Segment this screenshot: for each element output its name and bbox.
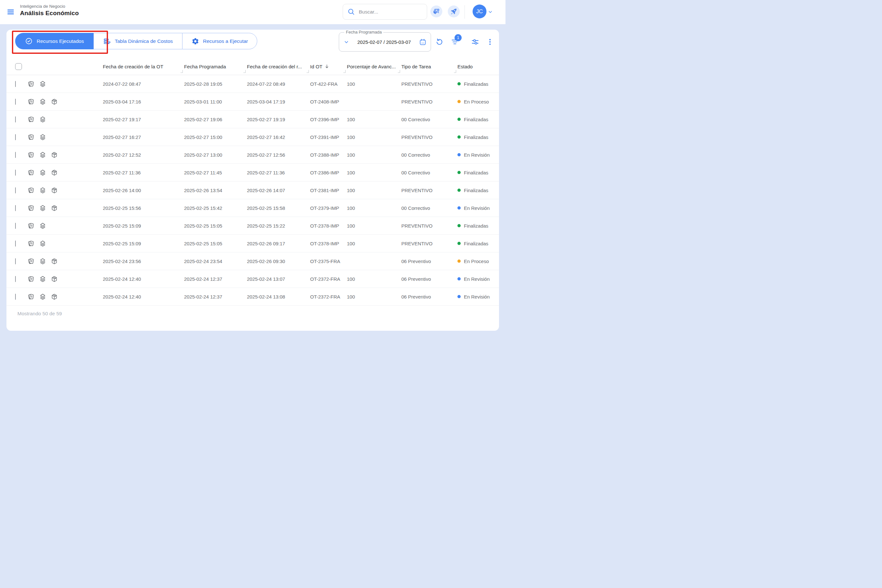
table-row[interactable]: 2025-02-27 16:27 2025-02-27 15:00 2025-0… bbox=[6, 128, 499, 146]
document-icon[interactable] bbox=[27, 116, 35, 123]
document-icon[interactable] bbox=[27, 240, 35, 247]
package-icon[interactable] bbox=[51, 258, 58, 265]
cell-tipo-tarea: 00 Correctivo bbox=[401, 170, 458, 176]
table-row[interactable]: 2025-03-04 17:16 2025-03-01 11:00 2025-0… bbox=[6, 93, 499, 111]
document-icon[interactable] bbox=[27, 134, 35, 141]
sort-desc-icon[interactable] bbox=[324, 64, 330, 69]
table-row[interactable]: 2025-02-25 15:56 2025-02-25 15:42 2025-0… bbox=[6, 199, 499, 217]
row-checkbox[interactable] bbox=[15, 276, 16, 282]
document-icon[interactable] bbox=[27, 151, 35, 159]
document-icon[interactable] bbox=[27, 204, 35, 212]
column-resize-handle[interactable] bbox=[398, 70, 400, 73]
document-icon[interactable] bbox=[27, 293, 35, 300]
table-row[interactable]: 2025-02-24 12:40 2025-02-24 12:37 2025-0… bbox=[6, 270, 499, 288]
package-icon[interactable] bbox=[51, 204, 58, 212]
row-checkbox[interactable] bbox=[15, 116, 16, 123]
column-resize-handle[interactable] bbox=[243, 70, 246, 73]
layers-icon[interactable] bbox=[39, 187, 46, 194]
package-icon[interactable] bbox=[51, 187, 58, 194]
avatar[interactable]: JC bbox=[472, 4, 486, 18]
column-resize-handle[interactable] bbox=[344, 70, 346, 73]
row-checkbox[interactable] bbox=[15, 294, 16, 300]
refresh-icon[interactable] bbox=[435, 38, 444, 46]
cell-porcentaje-avance: 100 bbox=[347, 188, 401, 193]
row-checkbox[interactable] bbox=[15, 134, 16, 140]
layers-icon[interactable] bbox=[39, 275, 46, 283]
column-header-label: Tipo de Tarea bbox=[401, 64, 431, 69]
layers-icon[interactable] bbox=[39, 151, 46, 159]
table-row[interactable]: 2025-02-25 15:09 2025-02-25 15:05 2025-0… bbox=[6, 217, 499, 235]
column-resize-handle[interactable] bbox=[307, 70, 309, 73]
document-icon[interactable] bbox=[27, 98, 35, 105]
row-checkbox[interactable] bbox=[15, 81, 16, 87]
tab-recursos-ejecutados[interactable]: Recursos Ejecutados bbox=[15, 33, 93, 50]
document-icon[interactable] bbox=[27, 169, 35, 176]
calendar-icon[interactable] bbox=[419, 38, 426, 46]
cell-fecha-programada: 2025-02-24 12:37 bbox=[184, 294, 247, 300]
column-header[interactable]: Id OT bbox=[310, 58, 347, 75]
column-header[interactable]: Fecha Programada bbox=[184, 58, 247, 75]
table-row[interactable]: 2025-02-25 15:09 2025-02-25 15:05 2025-0… bbox=[6, 235, 499, 252]
layers-icon[interactable] bbox=[39, 222, 46, 230]
column-resize-handle[interactable] bbox=[454, 70, 456, 73]
layers-icon[interactable] bbox=[39, 116, 46, 123]
layers-icon[interactable] bbox=[39, 258, 46, 265]
table-row[interactable]: 2025-02-26 14:00 2025-02-26 13:54 2025-0… bbox=[6, 182, 499, 199]
layers-icon[interactable] bbox=[39, 240, 46, 247]
document-icon[interactable] bbox=[27, 222, 35, 230]
status-label: Finalizadas bbox=[464, 223, 488, 228]
row-checkbox[interactable] bbox=[15, 170, 16, 176]
tab-recursos-a-ejecutar[interactable]: Recursos a Ejecutar bbox=[182, 33, 257, 50]
column-header[interactable]: Fecha de creación de la OT bbox=[103, 58, 184, 75]
table-row[interactable]: 2025-02-24 12:40 2025-02-24 12:37 2025-0… bbox=[6, 288, 499, 306]
date-range-picker[interactable]: Fecha Programada 2025-02-07 / 2025-03-07 bbox=[339, 32, 431, 52]
row-checkbox[interactable] bbox=[15, 205, 16, 211]
ai-assistant-button[interactable] bbox=[430, 6, 442, 17]
column-header[interactable]: Porcentaje de Avanc... bbox=[347, 58, 401, 75]
status-dot bbox=[458, 135, 460, 139]
layers-icon[interactable] bbox=[39, 80, 46, 88]
package-icon[interactable] bbox=[51, 293, 58, 300]
document-icon[interactable] bbox=[27, 187, 35, 194]
tab-tabla-dinamica-costos[interactable]: Tabla Dinámica de Costos bbox=[93, 33, 182, 50]
document-icon[interactable] bbox=[27, 258, 35, 265]
column-resize-handle[interactable] bbox=[180, 70, 183, 73]
table-row[interactable]: 2025-02-27 19:17 2025-02-27 19:06 2025-0… bbox=[6, 111, 499, 128]
menu-icon[interactable] bbox=[6, 8, 15, 16]
package-icon[interactable] bbox=[51, 98, 58, 105]
row-checkbox[interactable] bbox=[15, 187, 16, 194]
document-icon[interactable] bbox=[27, 275, 35, 283]
row-checkbox[interactable] bbox=[15, 258, 16, 264]
layers-icon[interactable] bbox=[39, 169, 46, 176]
table-row[interactable]: 2025-02-27 12:52 2025-02-27 13:00 2025-0… bbox=[6, 146, 499, 164]
package-icon[interactable] bbox=[51, 169, 58, 176]
table-row[interactable]: 2025-02-24 23:56 2025-02-24 23:54 2025-0… bbox=[6, 252, 499, 270]
cell-estado: Finalizadas bbox=[458, 170, 499, 176]
document-icon[interactable] bbox=[27, 80, 35, 88]
search-input[interactable]: Buscar... bbox=[343, 4, 427, 20]
row-checkbox[interactable] bbox=[15, 223, 16, 229]
cell-id-ot: OT-2396-IMP bbox=[310, 117, 347, 122]
package-icon[interactable] bbox=[51, 275, 58, 283]
layers-icon[interactable] bbox=[39, 204, 46, 212]
cell-fecha-creacion-ot: 2025-03-04 17:16 bbox=[103, 99, 184, 105]
row-checkbox[interactable] bbox=[15, 240, 16, 247]
select-all-checkbox[interactable] bbox=[15, 63, 22, 70]
table-row[interactable]: 2024-07-22 08:47 2025-02-28 19:05 2024-0… bbox=[6, 75, 499, 93]
row-checkbox[interactable] bbox=[15, 152, 16, 158]
chevron-down-icon[interactable] bbox=[488, 9, 493, 15]
table-row[interactable]: 2025-02-27 11:36 2025-02-27 11:45 2025-0… bbox=[6, 164, 499, 182]
column-header[interactable]: Tipo de Tarea bbox=[401, 58, 458, 75]
layers-icon[interactable] bbox=[39, 293, 46, 300]
column-header[interactable]: Fecha de creación del r... bbox=[247, 58, 310, 75]
layers-icon[interactable] bbox=[39, 98, 46, 105]
column-header[interactable]: Estado bbox=[458, 58, 499, 75]
layers-icon[interactable] bbox=[39, 134, 46, 141]
chevron-down-icon[interactable] bbox=[344, 39, 349, 45]
column-settings-icon[interactable] bbox=[471, 38, 479, 46]
row-checkbox[interactable] bbox=[15, 99, 16, 105]
more-options-icon[interactable] bbox=[486, 38, 494, 46]
status-label: Finalizadas bbox=[464, 188, 488, 193]
package-icon[interactable] bbox=[51, 151, 58, 159]
quick-start-button[interactable] bbox=[448, 6, 460, 17]
